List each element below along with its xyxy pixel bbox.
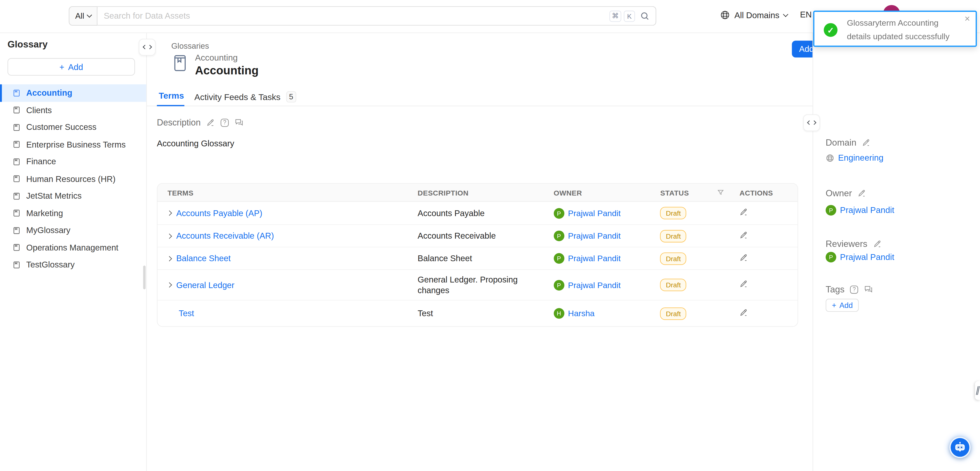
table-row: Balance Sheet Balance Sheet P Prajwal Pa…: [158, 247, 797, 270]
chevron-right-icon: [811, 121, 815, 125]
request-description-icon[interactable]: ?: [221, 118, 229, 127]
chat-assistant-button[interactable]: [950, 437, 971, 458]
sidebar-scrollbar[interactable]: [143, 266, 145, 289]
search-scope-select[interactable]: All: [69, 6, 98, 26]
search-input[interactable]: [104, 11, 607, 21]
tags-comments-icon[interactable]: [864, 285, 873, 294]
breadcrumb[interactable]: Glossaries: [171, 41, 209, 51]
domain-value: Engineering: [826, 153, 883, 162]
glossary-list: Accounting Clients Customer Success Ente…: [0, 84, 146, 273]
activity-count-badge: 5: [286, 91, 296, 102]
owner-link[interactable]: Prajwal Pandit: [568, 208, 620, 218]
glossary-book-icon: [13, 192, 21, 200]
edit-description-icon[interactable]: [206, 118, 215, 127]
sidebar-item-label: Marketing: [26, 208, 63, 218]
owner-value: P Prajwal Pandit: [826, 205, 894, 216]
terms-table: TERMS DESCRIPTION OWNER STATUS ACTIONS A…: [157, 183, 798, 327]
status-filter-icon[interactable]: [717, 189, 725, 196]
term-link[interactable]: Accounts Receivable (AR): [176, 231, 274, 240]
owner-avatar: P: [826, 205, 836, 216]
chevron-left-icon: [143, 45, 147, 49]
owner-link[interactable]: Harsha: [568, 309, 595, 318]
sidebar-item-enterprise-business-terms[interactable]: Enterprise Business Terms: [0, 136, 146, 153]
tab-activity-feeds[interactable]: Activity Feeds & Tasks 5: [194, 91, 296, 102]
status-badge: Draft: [660, 278, 687, 291]
edit-term-icon[interactable]: [740, 279, 748, 288]
tab-terms[interactable]: Terms: [159, 91, 184, 101]
domain-selector[interactable]: All Domains: [720, 10, 788, 20]
term-link[interactable]: Balance Sheet: [176, 254, 231, 263]
term-link[interactable]: Accounts Payable (AP): [176, 208, 262, 218]
term-link[interactable]: Test: [179, 309, 194, 318]
sidebar-item-label: Operations Management: [26, 243, 118, 253]
chevron-down-icon: [86, 12, 92, 18]
close-icon[interactable]: ×: [964, 14, 970, 24]
reviewer-link[interactable]: Prajwal Pandit: [840, 253, 894, 262]
tab-activity-label: Activity Feeds & Tasks: [194, 92, 280, 102]
table-row: Accounts Payable (AP) Accounts Payable P…: [158, 202, 797, 225]
edit-term-icon[interactable]: [740, 308, 748, 317]
sidebar-item-label: Clients: [26, 105, 52, 115]
expand-row-icon[interactable]: [167, 233, 172, 239]
term-description: Accounts Receivable: [410, 231, 549, 241]
tags-section-label: Tags ?: [826, 284, 873, 294]
sidebar-item-label: JetStat Metrics: [26, 191, 81, 201]
expand-row-icon[interactable]: [167, 282, 172, 288]
add-glossary-label: Add: [68, 62, 83, 72]
glossary-book-icon: [13, 261, 21, 269]
sidebar-item-finance[interactable]: Finance: [0, 153, 146, 170]
owner-link[interactable]: Prajwal Pandit: [568, 254, 620, 263]
robot-icon: [953, 441, 967, 454]
sidebar-collapse-button[interactable]: [139, 39, 156, 56]
edit-term-icon[interactable]: [740, 230, 748, 239]
search-scope-value: All: [75, 11, 84, 21]
sidebar-item-jetstat-metrics[interactable]: JetStat Metrics: [0, 188, 146, 205]
edit-term-icon[interactable]: [740, 207, 748, 216]
sidebar-item-marketing[interactable]: Marketing: [0, 205, 146, 222]
owner-link[interactable]: Prajwal Pandit: [840, 206, 894, 215]
table-row: General Ledger General Ledger. Proposing…: [158, 270, 797, 301]
sidebar-item-customer-success[interactable]: Customer Success: [0, 119, 146, 136]
col-header-status: STATUS: [657, 188, 731, 197]
sidebar-item-label: Finance: [26, 157, 56, 167]
description-label: Description: [157, 118, 200, 127]
expand-row-icon[interactable]: [167, 210, 172, 216]
globe-icon: [720, 10, 730, 20]
owner-avatar: H: [554, 308, 565, 318]
sidebar-item-label: MyGlossary: [26, 226, 70, 235]
term-description: Balance Sheet: [410, 253, 549, 264]
right-edge-drawer-handle[interactable]: [975, 381, 980, 400]
sidebar-item-testglossary[interactable]: TestGlossary: [0, 256, 146, 273]
expand-row-icon[interactable]: [167, 256, 172, 261]
edit-term-icon[interactable]: [740, 253, 748, 261]
sidebar-item-human-resources[interactable]: Human Resources (HR): [0, 170, 146, 188]
sidebar-item-accounting[interactable]: Accounting: [0, 84, 146, 102]
language-label: EN: [800, 10, 811, 19]
request-tags-icon[interactable]: ?: [850, 285, 858, 293]
tab-bar: Terms Activity Feeds & Tasks 5: [147, 89, 813, 107]
right-panel-collapse-button[interactable]: [803, 115, 820, 131]
edit-owner-icon[interactable]: [858, 189, 866, 197]
sidebar-item-label: Accounting: [26, 88, 72, 98]
owner-link[interactable]: Prajwal Pandit: [568, 280, 620, 290]
glossary-book-icon: [13, 89, 21, 97]
glossary-book-icon: [13, 209, 21, 218]
edit-domain-icon[interactable]: [862, 138, 871, 147]
comments-icon[interactable]: [234, 118, 244, 127]
search-icon[interactable]: [640, 11, 649, 21]
sidebar-item-myglossary[interactable]: MyGlossary: [0, 222, 146, 239]
global-search: All ⌘ K: [69, 6, 656, 26]
domain-link[interactable]: Engineering: [838, 153, 883, 162]
add-tag-label: Add: [840, 301, 853, 310]
description-text: Accounting Glossary: [157, 139, 234, 148]
sidebar-item-clients[interactable]: Clients: [0, 102, 146, 119]
table-row: Test Test H Harsha Draft: [158, 301, 797, 326]
col-header-owner: OWNER: [549, 188, 657, 197]
edit-reviewers-icon[interactable]: [873, 239, 881, 248]
chevron-down-icon: [783, 11, 788, 17]
add-tag-button[interactable]: + Add: [826, 299, 859, 312]
sidebar-item-operations-management[interactable]: Operations Management: [0, 239, 146, 256]
add-glossary-button[interactable]: + Add: [8, 58, 135, 76]
term-link[interactable]: General Ledger: [176, 280, 234, 290]
owner-link[interactable]: Prajwal Pandit: [568, 231, 620, 240]
